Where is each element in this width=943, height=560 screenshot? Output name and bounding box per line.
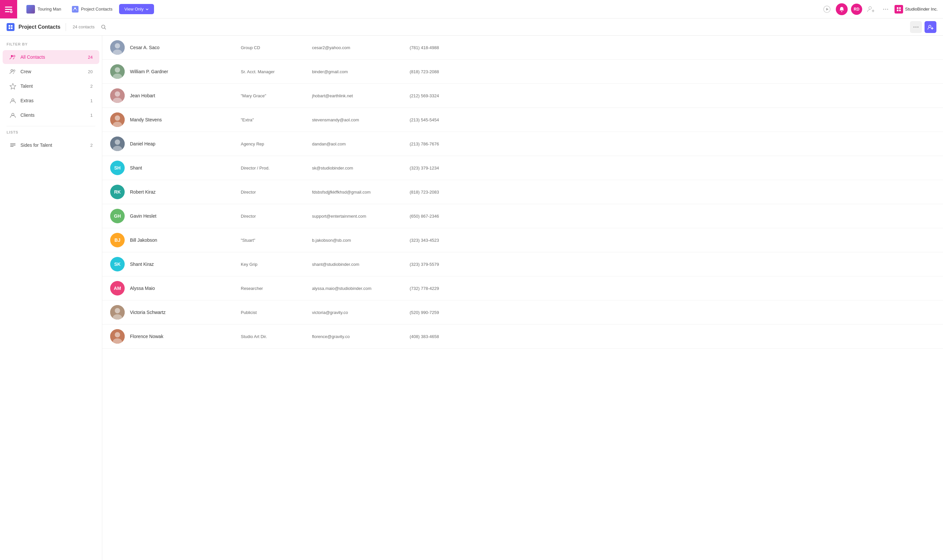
svg-rect-17 — [11, 25, 12, 27]
contact-email: sk@studiobinder.com — [312, 166, 405, 171]
contact-phone: (520) 990-7259 — [410, 310, 935, 315]
play-button[interactable] — [821, 4, 832, 15]
svg-marker-6 — [826, 8, 829, 11]
table-row[interactable]: GHGavin HesletDirectorsupport@entertainm… — [102, 204, 943, 228]
sub-nav-divider — [66, 23, 66, 31]
contact-role: Agency Rep — [241, 142, 307, 146]
user-avatar-rd[interactable]: RD — [851, 4, 862, 15]
avatar — [110, 88, 125, 103]
sidebar-item-crew[interactable]: Crew 20 — [3, 65, 99, 78]
sidebar-item-talent[interactable]: Talent 2 — [3, 79, 99, 93]
contact-phone: (408) 383-4658 — [410, 334, 935, 339]
sidebar-divider — [6, 126, 95, 126]
contact-name: Victoria Schwartz — [130, 310, 235, 315]
extras-label: Extras — [20, 98, 86, 103]
svg-point-54 — [115, 332, 120, 337]
filter-by-label: FILTER BY — [0, 42, 102, 49]
sidebar-item-sides-for-talent[interactable]: Sides for Talent 2 — [3, 138, 99, 152]
sidebar-item-extras[interactable]: Extras 1 — [3, 94, 99, 108]
contact-email: dandan@aol.com — [312, 142, 405, 146]
table-row[interactable]: Victoria SchwartzPublicistvictoria@gravi… — [102, 300, 943, 325]
avatar — [110, 64, 125, 79]
contact-phone: (818) 723-2083 — [410, 190, 935, 195]
lists-label: LISTS — [0, 130, 102, 137]
app-logo[interactable] — [0, 0, 17, 18]
svg-point-22 — [915, 26, 917, 28]
svg-point-26 — [14, 55, 15, 57]
table-row[interactable]: Daniel HeapAgency Repdandan@aol.com(213)… — [102, 132, 943, 156]
contacts-tab[interactable]: Project Contacts — [68, 4, 117, 14]
table-row[interactable]: SHShantDirector / Prod.sk@studiobinder.c… — [102, 156, 943, 180]
avatar: SH — [110, 161, 125, 175]
contact-email: binder@gmail.com — [312, 69, 405, 74]
contacts-tab-label: Project Contacts — [81, 6, 112, 12]
search-button[interactable] — [98, 22, 109, 32]
table-row[interactable]: Florence NowakStudio Art Dir.florence@gr… — [102, 325, 943, 349]
sub-nav-title: Project Contacts — [18, 24, 60, 30]
talent-count: 2 — [90, 84, 93, 89]
project-avatar — [26, 5, 35, 14]
contact-email: cesar2@yahoo.com — [312, 45, 405, 50]
sidebar: FILTER BY All Contacts 24 Crew 20 Talent… — [0, 35, 102, 560]
svg-point-27 — [11, 69, 13, 72]
main-layout: FILTER BY All Contacts 24 Crew 20 Talent… — [0, 35, 943, 560]
view-only-button[interactable]: View Only — [119, 4, 154, 14]
clients-count: 1 — [90, 113, 93, 118]
contact-role: "Stuart" — [241, 238, 307, 243]
avatar: BJ — [110, 233, 125, 247]
contact-role: Key Grip — [241, 262, 307, 267]
contact-phone: (781) 418-4988 — [410, 45, 935, 50]
contact-role: "Mary Grace" — [241, 93, 307, 98]
sides-for-talent-label: Sides for Talent — [20, 143, 86, 148]
contact-email: fdsbsfsdjjfkkffkhsd@gmail.com — [312, 190, 405, 195]
table-row[interactable]: Cesar A. SacoGroup CDcesar2@yahoo.com(78… — [102, 35, 943, 60]
more-options-button[interactable] — [880, 4, 891, 15]
table-row[interactable]: Jean Hobart"Mary Grace"jhobart@earthlink… — [102, 84, 943, 108]
sidebar-item-clients[interactable]: Clients 1 — [3, 108, 99, 122]
contact-name: Alyssa Maio — [130, 286, 235, 291]
table-row[interactable]: SKShant KirazKey Gripshant@studiobinder.… — [102, 252, 943, 276]
clients-label: Clients — [20, 112, 86, 118]
avatar: SK — [110, 257, 125, 271]
svg-rect-1 — [5, 9, 12, 10]
contact-name: Mandy Stevens — [130, 117, 235, 122]
svg-rect-19 — [11, 28, 12, 29]
svg-rect-16 — [9, 25, 10, 27]
crew-icon — [9, 68, 17, 75]
contact-name: Daniel Heap — [130, 141, 235, 146]
table-row[interactable]: RKRobert KirazDirectorfdsbsfsdjjfkkffkhs… — [102, 180, 943, 204]
contact-role: Researcher — [241, 286, 307, 291]
notifications-avatar[interactable] — [836, 3, 848, 15]
svg-rect-34 — [10, 146, 14, 147]
svg-point-8 — [869, 6, 871, 9]
avatar — [110, 305, 125, 320]
add-user-button[interactable] — [866, 4, 877, 15]
top-nav: Touring Man Project Contacts View Only R… — [0, 0, 943, 18]
contact-role: Publicist — [241, 310, 307, 315]
svg-point-51 — [115, 308, 120, 313]
contact-email: alyssa.maio@studiobinder.com — [312, 286, 405, 291]
view-only-label: View Only — [125, 6, 143, 12]
contact-email: shant@studiobinder.com — [312, 262, 405, 267]
table-row[interactable]: AMAlyssa MaioResearcheralyssa.maio@studi… — [102, 276, 943, 300]
svg-point-23 — [918, 26, 918, 28]
contact-role: Studio Art Dir. — [241, 334, 307, 339]
avatar — [110, 40, 125, 55]
sub-nav-more-button[interactable] — [910, 21, 922, 33]
contact-list: Cesar A. SacoGroup CDcesar2@yahoo.com(78… — [102, 35, 943, 560]
table-row[interactable]: Mandy Stevens"Extra"stevensmandy@aol.com… — [102, 108, 943, 132]
svg-rect-18 — [9, 28, 10, 29]
table-row[interactable]: William P. GardnerSr. Acct. Managerbinde… — [102, 60, 943, 84]
talent-icon — [9, 82, 17, 90]
table-row[interactable]: BJBill Jakobson"Stuart"b.jakobson@sb.com… — [102, 228, 943, 252]
sidebar-item-all-contacts[interactable]: All Contacts 24 — [3, 50, 99, 64]
contact-phone: (323) 379-5579 — [410, 262, 935, 267]
svg-rect-2 — [5, 11, 9, 12]
contact-role: Director / Prod. — [241, 166, 307, 171]
project-tab[interactable]: Touring Man — [22, 3, 65, 15]
add-contact-button[interactable] — [925, 21, 937, 33]
list-icon — [9, 142, 17, 149]
company-info[interactable]: StudioBinder Inc. — [895, 5, 938, 14]
svg-point-25 — [11, 55, 13, 57]
avatar: AM — [110, 281, 125, 295]
